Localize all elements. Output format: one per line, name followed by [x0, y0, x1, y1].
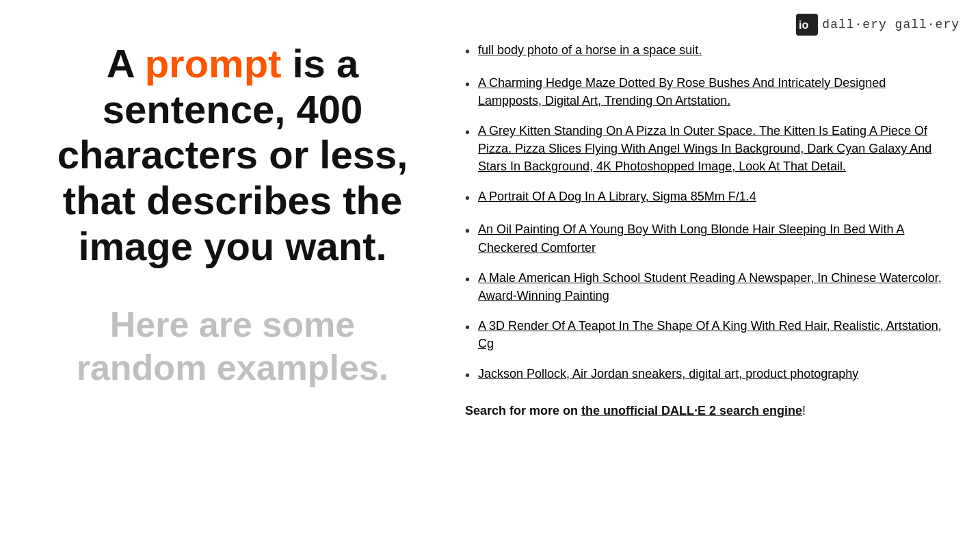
bullet-icon: • [465, 221, 470, 241]
search-for-more-label: Search for more on [465, 404, 581, 417]
bullet-icon: • [465, 365, 470, 385]
headline-highlight: prompt [145, 41, 282, 86]
prompt-link[interactable]: A Male American High School Student Read… [478, 269, 944, 305]
list-item: •A Grey Kitten Standing On A Pizza In Ou… [465, 122, 944, 175]
left-column: A prompt is a sentence, 400 characters o… [55, 41, 410, 389]
list-item: •A 3D Render Of A Teapot In The Shape Of… [465, 317, 944, 352]
headline: A prompt is a sentence, 400 characters o… [55, 41, 410, 269]
bullet-icon: • [465, 188, 470, 208]
prompt-link[interactable]: A Charming Hedge Maze Dotted By Rose Bus… [478, 74, 944, 110]
prompt-list: •full body photo of a horse in a space s… [465, 41, 944, 385]
search-suffix: ! [802, 404, 806, 417]
svg-text:io: io [799, 19, 808, 31]
bullet-icon: • [465, 123, 470, 142]
logo-icon: io [796, 14, 818, 36]
prompt-link[interactable]: full body photo of a horse in a space su… [478, 41, 702, 59]
search-footer: Search for more on the unofficial DALL·E… [465, 402, 944, 420]
prompt-link[interactable]: An Oil Painting Of A Young Boy With Long… [478, 220, 944, 256]
bullet-icon: • [465, 42, 470, 62]
search-engine-link[interactable]: the unofficial DALL·E 2 search engine [581, 404, 802, 417]
prompt-link[interactable]: Jackson Pollock, Air Jordan sneakers, di… [478, 365, 858, 383]
subheadline: Here are some random examples. [55, 303, 410, 389]
prompt-link[interactable]: A 3D Render Of A Teapot In The Shape Of … [478, 317, 944, 352]
list-item: •Jackson Pollock, Air Jordan sneakers, d… [465, 365, 944, 385]
bullet-icon: • [465, 75, 470, 94]
prompt-link[interactable]: A Portrait Of A Dog In A Library, Sigma … [478, 188, 756, 205]
logo-text: dall·ery gall·ery [822, 18, 959, 31]
list-item: •full body photo of a horse in a space s… [465, 41, 944, 62]
right-column: •full body photo of a horse in a space s… [465, 41, 944, 420]
bullet-icon: • [465, 318, 470, 337]
list-item: •A Male American High School Student Rea… [465, 269, 944, 305]
list-item: •A Charming Hedge Maze Dotted By Rose Bu… [465, 74, 944, 110]
headline-part1: A [107, 41, 145, 86]
prompt-link[interactable]: A Grey Kitten Standing On A Pizza In Out… [478, 122, 944, 175]
header: io dall·ery gall·ery [796, 14, 959, 36]
list-item: •A Portrait Of A Dog In A Library, Sigma… [465, 188, 944, 208]
list-item: •An Oil Painting Of A Young Boy With Lon… [465, 220, 944, 256]
bullet-icon: • [465, 270, 470, 290]
